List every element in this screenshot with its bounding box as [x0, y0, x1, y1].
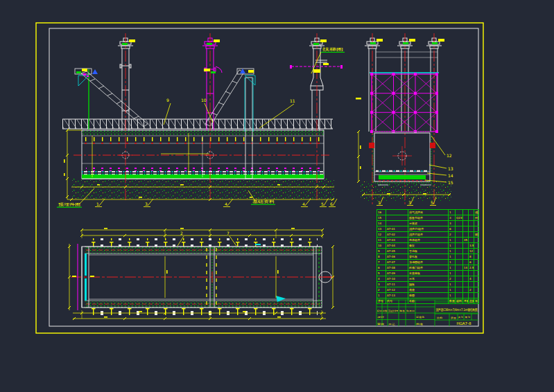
- platform-label: 扶梯图: [322, 47, 343, 52]
- bom-row: 2A7-12底座12: [377, 287, 479, 293]
- side-foundation-hatch: [361, 181, 452, 201]
- balloon-callout: 3: [408, 200, 411, 205]
- balloon-callout: 3: [145, 202, 148, 206]
- bom-row: 14吊装梁3: [377, 221, 479, 226]
- balloon-callout: 2: [180, 231, 183, 235]
- balloon-callout: 14: [448, 173, 453, 178]
- bom-row: 10A7-04骨架13.5: [377, 243, 479, 249]
- role-label: 设计: [377, 316, 384, 319]
- balloon-callout: 13: [448, 166, 453, 171]
- scale-label: 比例: [437, 317, 442, 319]
- bom-row: 1A7-13垫圈1: [377, 293, 479, 299]
- balloon-callout: 4: [302, 202, 305, 206]
- bom-row: 15膨胀节组件3Q235-A外购: [377, 215, 479, 221]
- role-label: 批准: [416, 323, 423, 326]
- bom-row: 4A7-10吊耳24: [377, 276, 479, 282]
- role-label: 标准化: [415, 316, 424, 319]
- balloon-callout: 11: [290, 98, 295, 103]
- rev-label: 年月日: [406, 310, 415, 312]
- bom-table: 16排气消声器1成套15膨胀节组件3Q235-A外购14吊装梁313A7-01消…: [376, 209, 478, 300]
- balloon-callout: 9: [166, 98, 169, 103]
- rev-label: 处数: [381, 310, 387, 312]
- balloon-callout: 10: [201, 98, 207, 103]
- cad-canvas: 1 3 4 4 5 6 9 10 11 1 3 5 12 13 14 15 2 …: [0, 0, 554, 392]
- bom-row: 11A7-03壳体组件145: [377, 238, 479, 243]
- rev-label: 标记: [376, 310, 381, 312]
- bom-row: 8A7-06穿孔板18: [377, 254, 479, 260]
- bom-row: 12A7-02消声片组件2玻璃棉: [377, 232, 479, 238]
- bom-row: 5A7-09支座垫板1: [377, 271, 479, 276]
- balloon-callout: 7: [227, 231, 230, 235]
- mass-label: 质量: [451, 317, 456, 319]
- balloon-callout: 5: [321, 202, 324, 206]
- bom-header-row: 序号代号名称数量材料单重总重备注: [377, 299, 479, 304]
- sheet-total: 共 张: [458, 316, 463, 319]
- balloon-callout: 1: [378, 200, 381, 205]
- cad-drawing: 1 3 4 4 5 6 9 10 11 1 3 5 12 13 14 15 2 …: [0, 0, 554, 392]
- balloon-callout: 1: [96, 202, 99, 206]
- foundation-hatch: [71, 179, 334, 199]
- role-label: 工艺: [388, 323, 395, 326]
- bom-grid: 16排气消声器1成套15膨胀节组件3Q235-A外购14吊装梁313A7-01消…: [376, 209, 479, 304]
- bom-row: 3A7-11隔板1: [377, 282, 479, 287]
- rev-label: 签名: [399, 310, 405, 312]
- role-label: 审核: [377, 323, 384, 326]
- balloon-callout: 12: [447, 153, 452, 158]
- drawing-title: 消声器C38m×7/4m×7.1m钢结构图: [436, 308, 478, 312]
- rev-label: 更改文件号: [388, 310, 398, 312]
- ground-label: 预埋件图: [58, 202, 80, 207]
- sheet-no: 第 张: [465, 316, 471, 319]
- bom-row: 9A7-05导流板112: [377, 249, 479, 254]
- balloon-callout: 5: [431, 200, 433, 205]
- balloon-callout: 15: [448, 180, 453, 185]
- bom-row: 6A7-08检修门组件1142.5: [377, 265, 479, 271]
- balloon-callout: 6: [330, 202, 333, 206]
- bom-row: 16排气消声器1成套: [377, 210, 479, 215]
- bom-row: 7A7-07加强圈组件16: [377, 260, 479, 265]
- bom-row: 13A7-01消声片I组件6: [377, 226, 479, 232]
- balloon-callout: 4: [225, 202, 227, 206]
- drawing-number: HGA7-8: [456, 321, 471, 326]
- foundation-label: 基础资料: [252, 199, 275, 204]
